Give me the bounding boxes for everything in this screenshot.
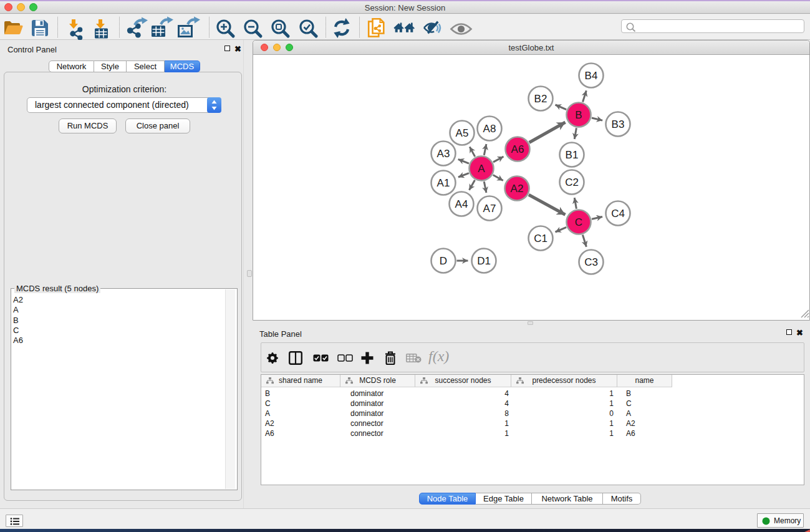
svg-text:B3: B3 — [612, 118, 625, 130]
svg-text:A5: A5 — [456, 127, 469, 139]
svg-text:C1: C1 — [534, 233, 547, 244]
svg-text:A3: A3 — [437, 148, 450, 160]
svg-text:C3: C3 — [584, 256, 598, 268]
svg-text:A1: A1 — [437, 177, 450, 189]
svg-text:A4: A4 — [455, 198, 468, 210]
svg-text:A7: A7 — [483, 203, 496, 215]
svg-text:B2: B2 — [534, 93, 547, 105]
svg-text:A: A — [478, 163, 485, 175]
svg-text:A2: A2 — [511, 183, 524, 195]
svg-text:C4: C4 — [611, 208, 625, 220]
svg-text:B: B — [575, 109, 582, 121]
svg-text:D1: D1 — [477, 255, 491, 267]
svg-text:D: D — [440, 255, 447, 267]
svg-text:C2: C2 — [565, 177, 579, 188]
svg-text:A8: A8 — [483, 123, 496, 135]
svg-text:C: C — [575, 216, 582, 228]
svg-text:B4: B4 — [585, 70, 598, 82]
svg-text:B1: B1 — [566, 149, 579, 161]
svg-text:A6: A6 — [511, 143, 524, 155]
